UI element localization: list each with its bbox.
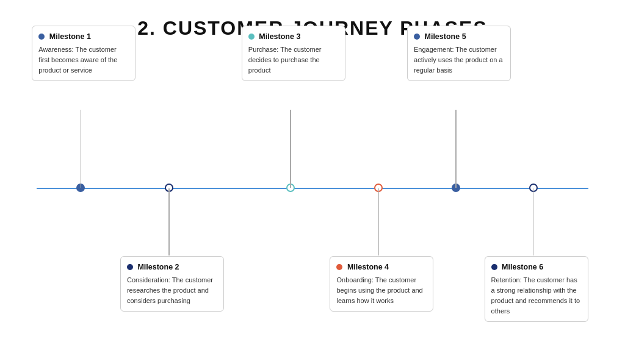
milestone-6-dot — [491, 264, 497, 270]
milestone-1-label: Milestone 1 — [38, 31, 129, 43]
milestone-card-6: Milestone 6 Retention: The customer has … — [485, 256, 588, 322]
milestone-card-4: Milestone 4 Onboarding: The customer beg… — [330, 256, 433, 312]
milestone-2-label: Milestone 2 — [127, 262, 217, 273]
connector-3 — [290, 110, 291, 188]
milestone-5-dot — [414, 34, 420, 40]
timeline-area: Milestone 1 Awareness: The customer firs… — [37, 98, 588, 268]
milestone-card-3: Milestone 3 Purchase: The customer decid… — [242, 26, 345, 81]
milestone-4-label: Milestone 4 — [336, 262, 427, 273]
timeline-line — [37, 188, 588, 189]
milestone-5-desc: Engagement: The customer actively uses t… — [414, 45, 504, 76]
milestone-4-desc: Onboarding: The customer begins using th… — [336, 275, 427, 306]
connector-1 — [81, 110, 82, 188]
connector-4 — [378, 188, 380, 255]
milestone-1-desc: Awareness: The customer first becomes aw… — [38, 45, 129, 76]
milestone-3-dot — [248, 34, 255, 40]
milestone-card-2: Milestone 2 Consideration: The customer … — [120, 256, 224, 312]
milestone-2-dot — [127, 264, 133, 270]
connector-2 — [168, 188, 170, 255]
page: 2. CUSTOMER JOURNEY PHASES Milestone 1 A… — [0, 0, 625, 364]
milestone-6-desc: Retention: The customer has a strong rel… — [491, 275, 582, 316]
milestone-2-desc: Consideration: The customer researches t… — [127, 275, 217, 306]
milestone-card-5: Milestone 5 Engagement: The customer act… — [407, 26, 511, 81]
milestone-3-label: Milestone 3 — [248, 31, 339, 43]
milestone-5-label: Milestone 5 — [414, 31, 504, 43]
milestone-card-1: Milestone 1 Awareness: The customer firs… — [32, 26, 135, 81]
milestone-4-dot — [336, 264, 342, 270]
milestone-1-dot — [38, 34, 45, 40]
connector-5 — [455, 110, 457, 188]
milestone-6-label: Milestone 6 — [491, 262, 582, 273]
milestone-3-desc: Purchase: The customer decides to purcha… — [248, 45, 339, 76]
connector-6 — [533, 188, 534, 255]
